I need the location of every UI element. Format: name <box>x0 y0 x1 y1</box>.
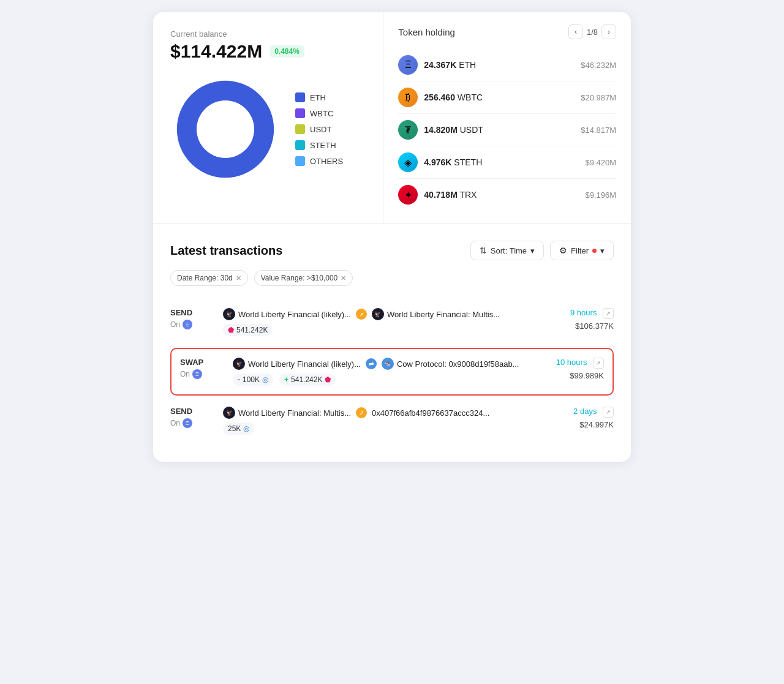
token-icon-eth: Ξ <box>398 55 418 75</box>
legend-color-steth <box>295 140 305 150</box>
token-tag-usdc: - 100K ◎ <box>233 374 273 386</box>
token-header: Token holding ‹ 1/8 › <box>398 24 616 39</box>
token-info-trx: 40.718M TRX <box>424 190 585 200</box>
token-value-steth: $9.420M <box>585 158 616 167</box>
pagination-prev[interactable]: ‹ <box>568 24 583 39</box>
cow-icon: 🐄 <box>382 358 394 370</box>
filter-button[interactable]: ⚙ Filter ▾ <box>550 241 614 260</box>
token-value-usdt: $14.817M <box>581 126 616 135</box>
tx-to-3: 0x407f66afb4f9876637accc324... <box>372 408 489 418</box>
legend-color-usdt <box>295 124 305 134</box>
balance-badge: 0.484% <box>270 45 304 58</box>
token-amount-trx: 40.718M TRX <box>424 190 585 200</box>
token-amount-steth: 4.976K STETH <box>424 157 585 167</box>
token-value-wbtc: $20.987M <box>581 93 616 102</box>
tx-tokens-2: - 100K ◎ + 541.242K ⬟ <box>233 374 546 386</box>
filter-label: Filter <box>571 246 589 255</box>
token-value-eth: $46.232M <box>581 61 616 70</box>
wlf-icon-to-1: 🦅 <box>372 308 384 320</box>
donut-chart <box>170 74 281 184</box>
legend-color-wbtc <box>295 108 305 118</box>
transactions-section: Latest transactions ⇅ Sort: Time ▾ ⚙ Fil… <box>153 224 631 462</box>
eth-chain-icon-1: Ξ <box>183 320 192 329</box>
tx-right-2: 10 hours ↗ $99.989K <box>556 358 604 380</box>
tx-row-send-3: SEND On Ξ 🦅 World Liberty Financial: Mul… <box>170 397 614 445</box>
legend-label-eth: ETH <box>310 93 326 102</box>
wlf-icon-2: 🦅 <box>233 358 245 370</box>
chip-value-label: Value Range: >$10,000 <box>261 274 338 282</box>
token-icon-wbtc: ₿ <box>398 88 418 107</box>
chip-date-range[interactable]: Date Range: 30d ✕ <box>170 270 248 286</box>
tx-chain-label-1: On <box>170 320 180 329</box>
tx-main-1: 🦅 World Liberty Financial (likely)... ↗ … <box>223 308 560 336</box>
tx-value-2: $99.989K <box>556 371 604 380</box>
tx-type-col-1: SEND On Ξ <box>170 308 213 329</box>
balance-chart-panel: Current balance $114.422M 0.484% <box>153 12 383 223</box>
tx-to-1: 🦅 World Liberty Financial: Multis... <box>372 308 500 320</box>
top-section: Current balance $114.422M 0.484% <box>153 12 631 224</box>
tx-main-2: 🦅 World Liberty Financial (likely)... ⇄ … <box>233 358 546 386</box>
tx-controls: ⇅ Sort: Time ▾ ⚙ Filter ▾ <box>470 241 614 260</box>
token-tag-usdc-3: 25K ◎ <box>223 423 254 435</box>
token-holdings-panel: Token holding ‹ 1/8 › Ξ 24.367K ETH $46.… <box>383 12 631 223</box>
token-row-trx: ✦ 40.718M TRX $9.196M <box>398 179 616 211</box>
pagination-info: 1/8 <box>587 28 598 37</box>
filter-chips: Date Range: 30d ✕ Value Range: >$10,000 … <box>170 270 614 286</box>
tx-from-1: 🦅 World Liberty Financial (likely)... <box>223 308 351 320</box>
token-holdings-title: Token holding <box>398 27 455 37</box>
chip-value-range[interactable]: Value Range: >$10,000 ✕ <box>254 270 353 286</box>
token-row-usdt: ₮ 14.820M USDT $14.817M <box>398 114 616 146</box>
token-value-trx: $9.196M <box>585 190 616 200</box>
tx-to-2: 🐄 Cow Protocol: 0x9008d19f58aab... <box>382 358 519 370</box>
legend-usdt: USDT <box>295 124 343 134</box>
eth-chain-icon-2: Ξ <box>192 369 202 379</box>
token-info-steth: 4.976K STETH <box>424 157 585 167</box>
pagination-next[interactable]: › <box>601 24 616 39</box>
tx-time-1: 9 hours ↗ <box>570 308 614 319</box>
tx-title: Latest transactions <box>170 244 282 258</box>
token-tag-amount-1: 541.242K <box>236 326 268 334</box>
legend-eth: ETH <box>295 92 343 102</box>
chip-date-close[interactable]: ✕ <box>236 274 241 282</box>
usdc-icon: ◎ <box>262 375 268 384</box>
tx-link-1[interactable]: ↗ <box>603 308 614 319</box>
tx-link-2[interactable]: ↗ <box>593 358 604 369</box>
balance-label: Current balance <box>170 29 368 39</box>
token-row-wbtc: ₿ 256.460 WBTC $20.987M <box>398 81 616 114</box>
tx-from-name-2: World Liberty Financial (likely)... <box>248 359 361 369</box>
legend-label-steth: STETH <box>310 141 336 150</box>
tx-type-2: SWAP <box>180 358 223 367</box>
legend-steth: STETH <box>295 140 343 150</box>
tx-parties-1: 🦅 World Liberty Financial (likely)... ↗ … <box>223 308 560 320</box>
usdc-icon-3: ◎ <box>243 424 249 433</box>
token-info-wbtc: 256.460 WBTC <box>424 92 581 102</box>
filter-chevron-icon: ▾ <box>600 246 605 255</box>
chart-area: ETH WBTC USDT STETH <box>170 74 368 184</box>
tx-type-col-3: SEND On Ξ <box>170 407 213 428</box>
token-icon-usdt: ₮ <box>398 120 418 140</box>
legend-label-usdt: USDT <box>310 125 331 134</box>
legend-label-others: OTHERS <box>310 157 343 166</box>
chip-value-close[interactable]: ✕ <box>341 274 346 282</box>
tx-time-2: 10 hours ↗ <box>556 358 604 369</box>
tx-row-send-1: SEND On Ξ 🦅 World Liberty Financial (lik… <box>170 298 614 347</box>
sort-chevron-icon: ▾ <box>530 246 535 255</box>
token-amount-wbtc: 256.460 WBTC <box>424 92 581 102</box>
tx-chain-label-3: On <box>170 419 180 427</box>
token-amount-3: 25K <box>228 424 241 433</box>
token-info-usdt: 14.820M USDT <box>424 125 581 135</box>
token-tag-aave-2: + 541.242K ⬟ <box>279 374 336 386</box>
tx-main-3: 🦅 World Liberty Financial: Multis... ↗ 0… <box>223 407 564 435</box>
tx-link-3[interactable]: ↗ <box>603 407 614 418</box>
tx-swap-icon: ⇄ <box>366 358 377 369</box>
sort-button[interactable]: ⇅ Sort: Time ▾ <box>470 241 544 260</box>
main-container: Current balance $114.422M 0.484% <box>153 12 631 462</box>
token-info-eth: 24.367K ETH <box>424 60 581 70</box>
tx-to-name-1: World Liberty Financial: Multis... <box>387 310 500 319</box>
token-amount-usdt: 14.820M USDT <box>424 125 581 135</box>
tx-from-name-3: World Liberty Financial: Multis... <box>238 408 351 418</box>
tx-to-name-3: 0x407f66afb4f9876637accc324... <box>372 408 489 418</box>
tx-from-2: 🦅 World Liberty Financial (likely)... <box>233 358 361 370</box>
wlf-icon-3: 🦅 <box>223 407 235 419</box>
tx-type-3: SEND <box>170 407 213 416</box>
